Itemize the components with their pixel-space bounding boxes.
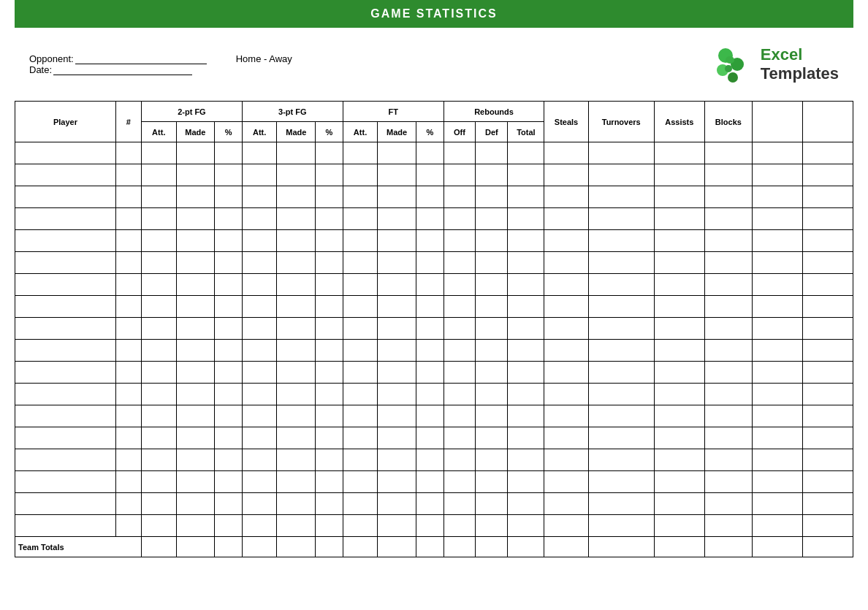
header-blocks-top: Blocks bbox=[704, 102, 752, 142]
logo-area: Excel Templates bbox=[709, 42, 839, 86]
logo-icon bbox=[709, 42, 753, 86]
header-ft: FT bbox=[343, 102, 443, 122]
table-row bbox=[15, 274, 853, 296]
svg-point-3 bbox=[728, 72, 738, 83]
table-row bbox=[15, 142, 853, 164]
totals-row: Team Totals bbox=[15, 537, 853, 557]
col-3pt-att: Att. bbox=[242, 122, 277, 142]
col-ft-made: Made bbox=[378, 122, 416, 142]
table-row bbox=[15, 427, 853, 449]
table-row bbox=[15, 186, 853, 208]
col-ft-att: Att. bbox=[343, 122, 378, 142]
header-2pt-fg: 2-pt FG bbox=[141, 102, 242, 122]
col-2pt-att: Att. bbox=[141, 122, 176, 142]
table-row bbox=[15, 405, 853, 427]
logo-text: Excel Templates bbox=[761, 45, 839, 84]
group-header-row: Player # 2-pt FG 3-pt FG FT Rebounds Ste… bbox=[15, 102, 853, 122]
col-reb-def: Def bbox=[476, 122, 508, 142]
date-label: Date: bbox=[29, 64, 52, 75]
svg-point-5 bbox=[725, 65, 732, 72]
date-row: Date: bbox=[29, 64, 292, 75]
header-turnovers-top: Turnovers bbox=[588, 102, 654, 142]
opponent-row: Opponent: Home - Away bbox=[29, 53, 292, 64]
logo-templates: Templates bbox=[761, 64, 839, 83]
table-row bbox=[15, 318, 853, 340]
stats-table-container: Player # 2-pt FG 3-pt FG FT Rebounds Ste… bbox=[0, 94, 868, 572]
col-2pt-pct: % bbox=[215, 122, 243, 142]
col-3pt-pct: % bbox=[316, 122, 343, 142]
totals-label: Team Totals bbox=[15, 537, 142, 557]
info-left: Opponent: Home - Away Date: bbox=[29, 53, 292, 75]
stats-rows bbox=[15, 142, 853, 537]
table-row bbox=[15, 362, 853, 384]
table-row bbox=[15, 515, 853, 537]
header-player-top: Player bbox=[15, 102, 116, 142]
col-3pt-made: Made bbox=[277, 122, 316, 142]
home-away-label: Home - Away bbox=[236, 53, 292, 64]
table-row bbox=[15, 340, 853, 362]
table-row bbox=[15, 296, 853, 318]
col-reb-total: Total bbox=[508, 122, 544, 142]
table-row bbox=[15, 208, 853, 230]
table-row bbox=[15, 384, 853, 405]
stats-table: Player # 2-pt FG 3-pt FG FT Rebounds Ste… bbox=[15, 101, 853, 557]
logo-excel: Excel bbox=[761, 45, 839, 64]
table-row bbox=[15, 493, 853, 515]
header-assists-top: Assists bbox=[654, 102, 704, 142]
header-rebounds: Rebounds bbox=[443, 102, 544, 122]
header-num-top: # bbox=[115, 102, 141, 142]
table-row bbox=[15, 230, 853, 252]
table-row bbox=[15, 164, 853, 186]
table-row bbox=[15, 252, 853, 274]
col-2pt-made: Made bbox=[176, 122, 215, 142]
table-row bbox=[15, 471, 853, 493]
opponent-label: Opponent: bbox=[29, 53, 74, 64]
col-reb-off: Off bbox=[443, 122, 476, 142]
svg-point-4 bbox=[726, 56, 734, 64]
info-section: Opponent: Home - Away Date: Excel Templa… bbox=[0, 28, 868, 94]
table-row bbox=[15, 449, 853, 471]
header-extra1-top bbox=[752, 102, 802, 142]
header-3pt-fg: 3-pt FG bbox=[242, 102, 343, 122]
header-extra2-top bbox=[802, 102, 853, 142]
col-ft-pct: % bbox=[416, 122, 443, 142]
header-steals-top: Steals bbox=[544, 102, 588, 142]
page-title: GAME STATISTICS bbox=[15, 0, 853, 28]
